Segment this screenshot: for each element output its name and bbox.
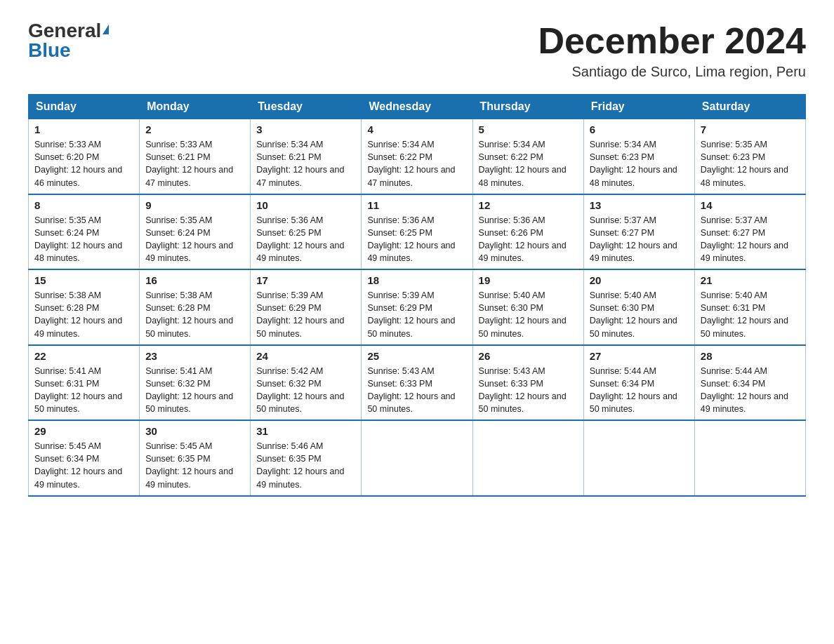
page-header: GeneralBlue December 2024 Santiago de Su… (28, 21, 806, 80)
day-info: Sunrise: 5:40 AM Sunset: 6:31 PM Dayligh… (701, 289, 800, 340)
logo-blue: Blue (28, 39, 71, 61)
calendar-header-row: Sunday Monday Tuesday Wednesday Thursday… (29, 95, 806, 119)
day-info: Sunrise: 5:46 AM Sunset: 6:35 PM Dayligh… (256, 440, 355, 491)
day-number: 20 (590, 274, 689, 286)
table-row: 21 Sunrise: 5:40 AM Sunset: 6:31 PM Dayl… (694, 269, 805, 345)
day-info: Sunrise: 5:44 AM Sunset: 6:34 PM Dayligh… (701, 365, 800, 416)
table-row: 31 Sunrise: 5:46 AM Sunset: 6:35 PM Dayl… (251, 420, 362, 496)
day-number: 2 (145, 123, 244, 135)
table-row: 19 Sunrise: 5:40 AM Sunset: 6:30 PM Dayl… (472, 269, 583, 345)
table-row: 24 Sunrise: 5:42 AM Sunset: 6:32 PM Dayl… (251, 345, 362, 421)
day-info: Sunrise: 5:37 AM Sunset: 6:27 PM Dayligh… (590, 214, 689, 265)
day-number: 1 (34, 123, 133, 135)
day-info: Sunrise: 5:41 AM Sunset: 6:32 PM Dayligh… (145, 365, 244, 416)
table-row: 20 Sunrise: 5:40 AM Sunset: 6:30 PM Dayl… (583, 269, 694, 345)
day-number: 27 (590, 350, 689, 362)
day-number: 7 (701, 123, 800, 135)
day-number: 4 (367, 123, 466, 135)
table-row: 16 Sunrise: 5:38 AM Sunset: 6:28 PM Dayl… (140, 269, 251, 345)
calendar-week-row: 1 Sunrise: 5:33 AM Sunset: 6:20 PM Dayli… (29, 119, 806, 194)
day-info: Sunrise: 5:34 AM Sunset: 6:23 PM Dayligh… (590, 138, 689, 189)
day-info: Sunrise: 5:39 AM Sunset: 6:29 PM Dayligh… (367, 289, 466, 340)
title-block: December 2024 Santiago de Surco, Lima re… (538, 21, 806, 80)
calendar-week-row: 15 Sunrise: 5:38 AM Sunset: 6:28 PM Dayl… (29, 269, 806, 345)
header-sunday: Sunday (29, 95, 140, 119)
table-row: 29 Sunrise: 5:45 AM Sunset: 6:34 PM Dayl… (29, 420, 140, 496)
table-row: 2 Sunrise: 5:33 AM Sunset: 6:21 PM Dayli… (140, 119, 251, 194)
day-number: 8 (34, 199, 133, 211)
day-info: Sunrise: 5:43 AM Sunset: 6:33 PM Dayligh… (367, 365, 466, 416)
day-number: 19 (479, 274, 578, 286)
table-row: 14 Sunrise: 5:37 AM Sunset: 6:27 PM Dayl… (694, 194, 805, 270)
day-number: 28 (701, 350, 800, 362)
day-number: 10 (256, 199, 355, 211)
day-info: Sunrise: 5:33 AM Sunset: 6:20 PM Dayligh… (34, 138, 133, 189)
day-info: Sunrise: 5:35 AM Sunset: 6:24 PM Dayligh… (34, 214, 133, 265)
logo-text: GeneralBlue (28, 21, 109, 60)
day-info: Sunrise: 5:40 AM Sunset: 6:30 PM Dayligh… (479, 289, 578, 340)
page-subtitle: Santiago de Surco, Lima region, Peru (538, 64, 806, 80)
table-row: 10 Sunrise: 5:36 AM Sunset: 6:25 PM Dayl… (251, 194, 362, 270)
table-row: 30 Sunrise: 5:45 AM Sunset: 6:35 PM Dayl… (140, 420, 251, 496)
header-wednesday: Wednesday (362, 95, 472, 119)
day-number: 15 (34, 274, 133, 286)
table-row: 9 Sunrise: 5:35 AM Sunset: 6:24 PM Dayli… (140, 194, 251, 270)
calendar-week-row: 22 Sunrise: 5:41 AM Sunset: 6:31 PM Dayl… (29, 345, 806, 421)
calendar-table: Sunday Monday Tuesday Wednesday Thursday… (28, 94, 806, 497)
day-info: Sunrise: 5:45 AM Sunset: 6:35 PM Dayligh… (145, 440, 244, 491)
table-row: 1 Sunrise: 5:33 AM Sunset: 6:20 PM Dayli… (29, 119, 140, 194)
table-row (583, 420, 694, 496)
day-number: 5 (479, 123, 578, 135)
day-number: 23 (145, 350, 244, 362)
calendar-week-row: 8 Sunrise: 5:35 AM Sunset: 6:24 PM Dayli… (29, 194, 806, 270)
table-row: 28 Sunrise: 5:44 AM Sunset: 6:34 PM Dayl… (694, 345, 805, 421)
table-row: 5 Sunrise: 5:34 AM Sunset: 6:22 PM Dayli… (472, 119, 583, 194)
header-monday: Monday (140, 95, 251, 119)
day-info: Sunrise: 5:36 AM Sunset: 6:25 PM Dayligh… (367, 214, 466, 265)
table-row (472, 420, 583, 496)
day-number: 30 (145, 425, 244, 437)
table-row (362, 420, 472, 496)
calendar-week-row: 29 Sunrise: 5:45 AM Sunset: 6:34 PM Dayl… (29, 420, 806, 496)
table-row: 13 Sunrise: 5:37 AM Sunset: 6:27 PM Dayl… (583, 194, 694, 270)
day-info: Sunrise: 5:44 AM Sunset: 6:34 PM Dayligh… (590, 365, 689, 416)
table-row: 22 Sunrise: 5:41 AM Sunset: 6:31 PM Dayl… (29, 345, 140, 421)
day-number: 9 (145, 199, 244, 211)
day-info: Sunrise: 5:36 AM Sunset: 6:25 PM Dayligh… (256, 214, 355, 265)
table-row: 7 Sunrise: 5:35 AM Sunset: 6:23 PM Dayli… (694, 119, 805, 194)
day-info: Sunrise: 5:33 AM Sunset: 6:21 PM Dayligh… (145, 138, 244, 189)
day-info: Sunrise: 5:34 AM Sunset: 6:22 PM Dayligh… (367, 138, 466, 189)
day-info: Sunrise: 5:40 AM Sunset: 6:30 PM Dayligh… (590, 289, 689, 340)
day-number: 16 (145, 274, 244, 286)
table-row: 3 Sunrise: 5:34 AM Sunset: 6:21 PM Dayli… (251, 119, 362, 194)
table-row: 17 Sunrise: 5:39 AM Sunset: 6:29 PM Dayl… (251, 269, 362, 345)
day-number: 21 (701, 274, 800, 286)
day-number: 11 (367, 199, 466, 211)
day-info: Sunrise: 5:42 AM Sunset: 6:32 PM Dayligh… (256, 365, 355, 416)
day-info: Sunrise: 5:34 AM Sunset: 6:21 PM Dayligh… (256, 138, 355, 189)
table-row: 4 Sunrise: 5:34 AM Sunset: 6:22 PM Dayli… (362, 119, 472, 194)
table-row: 18 Sunrise: 5:39 AM Sunset: 6:29 PM Dayl… (362, 269, 472, 345)
day-info: Sunrise: 5:38 AM Sunset: 6:28 PM Dayligh… (34, 289, 133, 340)
day-info: Sunrise: 5:37 AM Sunset: 6:27 PM Dayligh… (701, 214, 800, 265)
header-saturday: Saturday (694, 95, 805, 119)
table-row: 6 Sunrise: 5:34 AM Sunset: 6:23 PM Dayli… (583, 119, 694, 194)
day-number: 25 (367, 350, 466, 362)
day-number: 29 (34, 425, 133, 437)
day-number: 14 (701, 199, 800, 211)
table-row: 8 Sunrise: 5:35 AM Sunset: 6:24 PM Dayli… (29, 194, 140, 270)
day-info: Sunrise: 5:34 AM Sunset: 6:22 PM Dayligh… (479, 138, 578, 189)
table-row: 15 Sunrise: 5:38 AM Sunset: 6:28 PM Dayl… (29, 269, 140, 345)
table-row: 12 Sunrise: 5:36 AM Sunset: 6:26 PM Dayl… (472, 194, 583, 270)
day-info: Sunrise: 5:38 AM Sunset: 6:28 PM Dayligh… (145, 289, 244, 340)
day-number: 31 (256, 425, 355, 437)
day-info: Sunrise: 5:39 AM Sunset: 6:29 PM Dayligh… (256, 289, 355, 340)
day-info: Sunrise: 5:43 AM Sunset: 6:33 PM Dayligh… (479, 365, 578, 416)
table-row: 11 Sunrise: 5:36 AM Sunset: 6:25 PM Dayl… (362, 194, 472, 270)
table-row: 26 Sunrise: 5:43 AM Sunset: 6:33 PM Dayl… (472, 345, 583, 421)
logo-triangle-icon (102, 25, 109, 34)
header-tuesday: Tuesday (251, 95, 362, 119)
header-friday: Friday (583, 95, 694, 119)
day-info: Sunrise: 5:35 AM Sunset: 6:23 PM Dayligh… (701, 138, 800, 189)
day-number: 13 (590, 199, 689, 211)
